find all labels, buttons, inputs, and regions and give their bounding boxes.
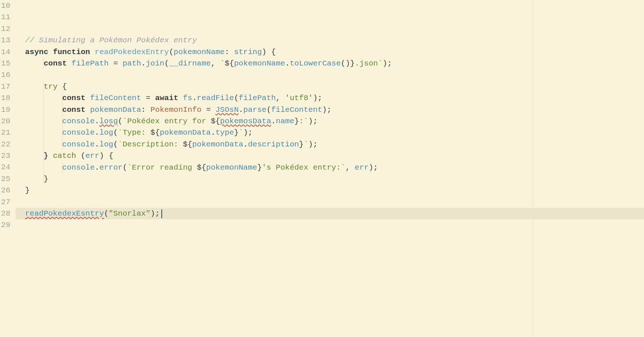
code-token xyxy=(85,94,90,102)
code-token: = xyxy=(109,59,123,68)
code-token: : xyxy=(299,117,304,125)
code-token: ); xyxy=(150,209,160,218)
code-token: fileContent xyxy=(90,94,141,102)
code-line[interactable] xyxy=(15,254,644,266)
indent-guide xyxy=(43,104,44,116)
code-line[interactable] xyxy=(15,242,644,254)
code-token: ) { xyxy=(99,152,113,160)
code-token: pokemonName xyxy=(234,59,285,68)
code-token: log xyxy=(99,140,113,149)
code-line[interactable]: console.log(`Description: ${pokemonData.… xyxy=(15,139,644,150)
code-token: : xyxy=(141,106,150,114)
indent-guide xyxy=(62,139,63,150)
code-token: try xyxy=(43,82,57,91)
code-token: ( xyxy=(113,140,118,149)
line-number: 23 xyxy=(0,150,10,162)
code-token: pokemonData xyxy=(90,106,141,114)
code-line[interactable] xyxy=(15,231,644,242)
code-token: ) { xyxy=(262,48,276,56)
code-area[interactable]: // Simulating a Pokémon Pokédex entryasy… xyxy=(15,0,644,337)
code-token: . xyxy=(211,128,216,137)
code-token: ${ xyxy=(197,163,206,172)
code-token: join xyxy=(146,59,164,68)
code-token: . xyxy=(95,163,99,172)
code-editor[interactable]: 1011121314151617181920212223242526272829… xyxy=(0,0,644,337)
code-token xyxy=(67,59,71,68)
code-token: pokemonName xyxy=(206,163,258,172)
code-token: losg xyxy=(99,117,118,125)
code-token: ( xyxy=(118,117,123,125)
code-token: function xyxy=(53,48,90,56)
code-line[interactable]: readPokedexEsntry("Snorlax"); xyxy=(15,208,644,219)
code-line[interactable]: console.error(`Error reading ${pokemonNa… xyxy=(15,162,644,173)
line-number-gutter: 1011121314151617181920212223242526272829 xyxy=(0,0,15,337)
code-token: `Pokédex entry for xyxy=(123,117,211,125)
code-token: } xyxy=(257,163,262,172)
line-number: 27 xyxy=(0,196,10,208)
code-token: PokemonInfo xyxy=(150,106,202,114)
code-token: parse xyxy=(243,106,266,114)
code-token: ( xyxy=(104,209,109,218)
code-token: readPokedexEntry xyxy=(95,48,169,56)
indent-guide xyxy=(62,127,63,138)
code-token xyxy=(178,94,183,102)
code-token: `Description: xyxy=(118,140,183,149)
code-token: () xyxy=(341,59,350,68)
code-token: ); xyxy=(243,128,252,137)
code-line[interactable]: console.losg(`Pokédex entry for ${pokemo… xyxy=(15,116,644,127)
code-line[interactable]: async function readPokedexEntry(pokemonN… xyxy=(15,46,644,58)
code-line[interactable] xyxy=(15,219,644,231)
code-line[interactable]: try { xyxy=(15,81,644,92)
code-token: . xyxy=(95,117,99,125)
code-line[interactable]: const filePath = path.join(__dirname, `$… xyxy=(15,58,644,69)
code-line[interactable]: console.log(`Type: ${pokemonData.type}`)… xyxy=(15,127,644,138)
code-token: ` xyxy=(220,59,225,68)
code-token: ); xyxy=(308,140,318,149)
code-token: ( xyxy=(76,152,85,160)
code-token: , xyxy=(276,94,285,102)
line-number: 22 xyxy=(0,139,10,150)
code-token xyxy=(48,48,53,56)
code-token: . xyxy=(95,140,99,149)
code-line[interactable]: } xyxy=(15,173,644,185)
line-number: 15 xyxy=(0,58,10,69)
code-token: path xyxy=(123,59,141,68)
code-token xyxy=(85,106,90,114)
code-token: fileContent xyxy=(271,106,322,114)
code-token: pokemonData xyxy=(160,128,211,137)
line-number: 12 xyxy=(0,23,10,35)
code-line[interactable] xyxy=(15,69,644,81)
code-token: ); xyxy=(383,59,392,68)
code-token: err xyxy=(85,152,99,160)
code-line[interactable]: } xyxy=(15,185,644,196)
code-token: ); xyxy=(313,94,322,102)
code-line[interactable] xyxy=(15,196,644,208)
code-token: __dirname xyxy=(169,59,211,68)
code-token: . xyxy=(271,117,276,125)
code-line[interactable]: } catch (err) { xyxy=(15,150,644,162)
code-line[interactable]: const fileContent = await fs.readFile(fi… xyxy=(15,92,644,104)
code-token: `Error reading xyxy=(127,163,197,172)
code-line[interactable]: const pokemonData: PokemonInfo = JSOsN.p… xyxy=(15,104,644,116)
indent-guide xyxy=(43,92,44,104)
code-token: err xyxy=(355,163,369,172)
code-token: .json xyxy=(355,59,378,68)
code-token: console xyxy=(62,128,95,137)
line-number: 20 xyxy=(0,116,10,127)
code-token: error xyxy=(99,163,123,172)
code-token: const xyxy=(62,106,85,114)
indent-guide xyxy=(62,92,63,104)
code-token: ( xyxy=(266,106,271,114)
indent-guide xyxy=(62,104,63,116)
code-token: pokemosData xyxy=(220,117,271,125)
code-token: } xyxy=(294,117,299,125)
indent-guide xyxy=(62,116,63,127)
line-number: 24 xyxy=(0,162,10,173)
code-token: = xyxy=(202,106,216,114)
indent-guide xyxy=(43,139,44,150)
code-line[interactable]: // Simulating a Pokémon Pokédex entry xyxy=(15,35,644,46)
code-token: ( xyxy=(113,128,118,137)
code-token: name xyxy=(276,117,294,125)
code-token: ); xyxy=(308,117,318,125)
code-token: ( xyxy=(123,163,127,172)
